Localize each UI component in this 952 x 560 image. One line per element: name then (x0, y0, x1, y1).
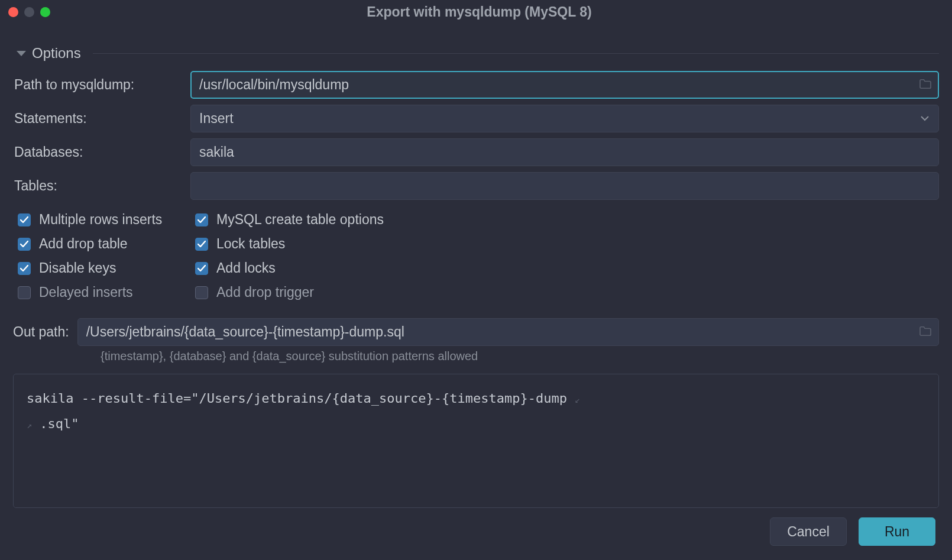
browse-folder-icon[interactable] (919, 325, 932, 340)
path-input[interactable] (190, 71, 939, 99)
checkbox-label: Add locks (216, 260, 276, 276)
checkmark-icon (195, 262, 208, 275)
label-tables: Tables: (13, 178, 190, 194)
checkbox-drop-table[interactable]: Add drop table (18, 234, 195, 254)
row-databases: Databases: (13, 138, 939, 166)
label-databases: Databases: (13, 144, 190, 160)
checkmark-icon (18, 238, 31, 251)
checkbox-add-locks[interactable]: Add locks (195, 258, 939, 279)
checkbox-label: Delayed inserts (39, 284, 133, 300)
dialog-title: Export with mysqldump (MySQL 8) (50, 4, 908, 20)
row-outpath: Out path: (13, 318, 939, 346)
command-preview[interactable]: sakila --result-file="/Users/jetbrains/{… (13, 374, 939, 508)
section-divider (93, 53, 939, 54)
window-close-button[interactable] (8, 7, 18, 17)
row-path: Path to mysqldump: (13, 71, 939, 99)
command-line1: sakila --result-file="/Users/jetbrains/{… (27, 391, 567, 406)
row-statements: Statements: Insert (13, 105, 939, 132)
dialog-footer: Cancel Run (13, 508, 939, 547)
checkmark-icon (195, 213, 208, 226)
chevron-down-icon (921, 116, 929, 122)
checkbox-label: Multiple rows inserts (39, 212, 162, 228)
checkbox-lock-tables[interactable]: Lock tables (195, 234, 939, 254)
checkmark-icon (18, 213, 31, 226)
options-section-header[interactable]: Options (17, 45, 939, 61)
checkbox-label: Add drop trigger (216, 284, 314, 300)
window-maximize-button[interactable] (40, 7, 50, 17)
browse-folder-icon[interactable] (919, 77, 932, 93)
substitution-hint: {timestamp}, {database} and {data_source… (101, 349, 939, 363)
run-button[interactable]: Run (859, 517, 935, 546)
checkbox-label: Lock tables (216, 236, 285, 252)
label-outpath: Out path: (13, 324, 69, 340)
checkbox-delayed[interactable]: Delayed inserts (18, 282, 195, 303)
label-statements: Statements: (13, 111, 190, 127)
checkbox-label: MySQL create table options (216, 212, 384, 228)
cancel-button[interactable]: Cancel (770, 517, 847, 546)
checkbox-label: Add drop table (39, 236, 128, 252)
checkmark-icon (195, 238, 208, 251)
line-wrap-icon: ↙ (575, 394, 580, 405)
titlebar: Export with mysqldump (MySQL 8) (0, 0, 952, 24)
statements-value: Insert (199, 111, 234, 127)
statements-select[interactable]: Insert (190, 105, 939, 132)
label-path: Path to mysqldump: (13, 77, 190, 93)
window-controls (8, 7, 50, 17)
checkbox-create-table[interactable]: MySQL create table options (195, 209, 939, 230)
checkbox-disable-keys[interactable]: Disable keys (18, 258, 195, 279)
window-minimize-button[interactable] (24, 7, 34, 17)
line-wrap-icon: ↗ (27, 420, 32, 430)
tables-input[interactable] (190, 172, 939, 200)
options-section-label: Options (32, 45, 81, 61)
checkbox-multiple-rows[interactable]: Multiple rows inserts (18, 209, 195, 230)
checkbox-drop-trigger[interactable]: Add drop trigger (195, 282, 939, 303)
cancel-button-label: Cancel (787, 524, 830, 540)
run-button-label: Run (885, 524, 909, 540)
checkbox-grid: Multiple rows inserts MySQL create table… (18, 209, 939, 303)
checkmark-icon (18, 262, 31, 275)
dialog-window: Export with mysqldump (MySQL 8) Options … (0, 0, 952, 560)
outpath-input[interactable] (77, 318, 939, 346)
checkmark-icon (18, 286, 31, 299)
dialog-content: Options Path to mysqldump: Statements: I… (0, 24, 952, 560)
row-tables: Tables: (13, 172, 939, 200)
checkmark-icon (195, 286, 208, 299)
checkbox-label: Disable keys (39, 260, 116, 276)
disclosure-triangle-icon (17, 51, 26, 56)
command-line2: .sql" (40, 416, 79, 431)
databases-input[interactable] (190, 138, 939, 166)
